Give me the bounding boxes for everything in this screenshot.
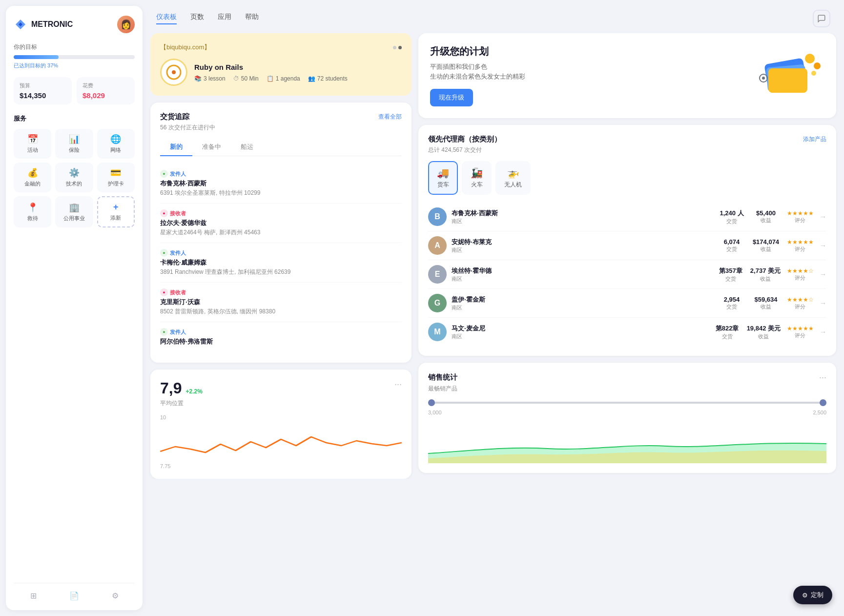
agent-header: 领先代理商（按类别） 添加产品	[428, 135, 826, 144]
customize-button[interactable]: ⚙ 定制	[793, 586, 832, 604]
sender-icon-1: ●	[160, 170, 168, 178]
rev-label-3: 收益	[750, 275, 781, 283]
chart-y-labels: 10	[160, 414, 402, 420]
train-label: 火车	[471, 181, 483, 189]
agent-stat-rev-1: $5,400 收益	[751, 209, 781, 224]
meta-agenda: 📋 1 agenda	[267, 75, 300, 82]
service-activity[interactable]: 📅 活动	[14, 129, 51, 159]
stars-3: ★★★★☆	[785, 267, 815, 274]
course-logo	[160, 59, 187, 86]
agent-stat-stars-5: ★★★★★ 评分	[785, 325, 815, 339]
arrow-5[interactable]: →	[820, 328, 826, 336]
add-product-button[interactable]: 添加产品	[803, 135, 826, 144]
agent-region-3: 南区	[452, 275, 711, 283]
expense-card: 花费 $8,029	[77, 77, 135, 104]
slider-handle-left[interactable]	[428, 399, 435, 406]
agent-title: 领先代理商（按类别）	[428, 135, 501, 144]
sales-more-icon[interactable]: ···	[819, 372, 826, 383]
insurance-icon: 📊	[69, 134, 80, 144]
agent-stat-rev-2: $174,074 收益	[751, 238, 781, 253]
service-network[interactable]: 🌐 网络	[97, 129, 135, 159]
trans-value-4: 2,954	[717, 296, 746, 303]
role-sender-3: ● 发件人	[160, 328, 402, 336]
left-column: 【biqubiqu.com】	[150, 33, 412, 479]
svg-point-9	[762, 77, 765, 80]
service-hospitality[interactable]: 📍 救待	[14, 196, 51, 227]
layers-icon[interactable]: ⊞	[30, 591, 37, 600]
upgrade-button[interactable]: 现在升级	[430, 89, 473, 106]
nav-dashboard[interactable]: 仪表板	[156, 13, 177, 24]
agent-tabs: 🚚 货车 🚂 火车 🚁 无人机	[428, 161, 826, 195]
drone-label: 无人机	[504, 181, 522, 189]
upgrade-visual	[756, 51, 824, 100]
agent-tab-train[interactable]: 🚂 火车	[462, 161, 492, 195]
arrow-4[interactable]: →	[820, 299, 826, 307]
nav-help[interactable]: 帮助	[245, 13, 259, 24]
nav-apps[interactable]: 应用	[218, 13, 231, 24]
dot2	[398, 46, 402, 49]
agent-avatar-2: A	[428, 236, 447, 255]
network-icon: 🌐	[110, 134, 121, 144]
course-dots	[393, 46, 402, 49]
truck-label: 货车	[437, 181, 449, 189]
settings-icon[interactable]: ⚙	[112, 591, 119, 600]
stat-description: 平均位置	[160, 399, 203, 408]
arrow-3[interactable]: →	[820, 270, 826, 278]
delivery-addr-4: 8502 普雷斯顿路, 英格尔伍德, 缅因州 98380	[160, 308, 402, 316]
arrow-1[interactable]: →	[820, 213, 826, 221]
agent-row-1: B 布鲁克林·西蒙斯 南区 1,240 人 交货 $5,400 收益	[428, 203, 826, 231]
rev-value-3: 2,737 美元	[750, 267, 781, 275]
trans-value-1: 1,240 人	[717, 209, 746, 218]
agent-tab-drone[interactable]: 🚁 无人机	[495, 161, 531, 195]
agent-tab-truck[interactable]: 🚚 货车	[428, 161, 458, 195]
agent-stat-trans-3: 第357章 交货	[716, 267, 745, 283]
agent-stat-stars-1: ★★★★★ 评分	[785, 210, 815, 224]
agent-stat-rev-5: 19,842 美元 收益	[747, 324, 781, 340]
network-label: 网络	[110, 146, 121, 154]
upgrade-card: 升级您的计划 平面插图和我们多色生动的未混合紫色头发女士的精彩 现在升级	[418, 33, 836, 118]
course-card: 【biqubiqu.com】	[150, 33, 412, 96]
content-grid: 【biqubiqu.com】	[148, 33, 838, 479]
sales-slider[interactable]	[428, 402, 826, 404]
chart-x-labels: 7.75	[160, 463, 402, 469]
nav-pages[interactable]: 页数	[190, 13, 204, 24]
view-all-link[interactable]: 查看全部	[378, 113, 402, 121]
service-utilities[interactable]: 🏢 公用事业	[55, 196, 93, 227]
chat-icon[interactable]	[813, 10, 830, 27]
position-chart	[160, 422, 402, 461]
trans-value-3: 第357章	[716, 267, 745, 275]
agent-stat-stars-3: ★★★★☆ 评分	[785, 267, 815, 282]
service-tech[interactable]: ⚙️ 技术的	[55, 163, 93, 192]
agent-info-2: 安妮特·布莱克 南区	[452, 238, 712, 254]
services-title: 服务	[14, 114, 135, 123]
agent-card: 领先代理商（按类别） 添加产品 总计 424,567 次交付 🚚 货车 🚂 火车	[418, 125, 836, 356]
course-title: Ruby on Rails	[194, 63, 348, 71]
upgrade-description: 平面插图和我们多色生动的未混合紫色头发女士的精彩	[430, 62, 525, 81]
delivery-item-2: ● 接收者 拉尔夫·爱德华兹 星家大道2464号 梅萨, 新泽西州 45463	[160, 204, 402, 243]
tab-preparing[interactable]: 准备中	[192, 139, 231, 156]
agent-stat-trans-5: 第822章 交货	[713, 324, 742, 340]
service-carecard[interactable]: 💳 护理卡	[97, 163, 135, 192]
agent-subtitle: 总计 424,567 次交付	[428, 146, 826, 154]
course-url: 【biqubiqu.com】	[160, 43, 210, 52]
agent-stat-trans-1: 1,240 人 交货	[717, 209, 746, 225]
tab-new[interactable]: 新的	[160, 139, 192, 156]
agent-avatar-3: E	[428, 265, 447, 284]
avatar[interactable]: 👩	[117, 16, 135, 33]
delivery-subtitle: 56 次交付正在进行中	[160, 123, 402, 132]
role-sender-2: ● 发件人	[160, 249, 402, 257]
sales-area-chart	[428, 419, 826, 463]
star-label-5: 评分	[785, 332, 815, 339]
tab-shipping[interactable]: 船运	[231, 139, 263, 156]
arrow-2[interactable]: →	[820, 242, 826, 249]
agent-name-5: 马文·麦金尼	[452, 324, 708, 333]
service-add[interactable]: + 添新	[97, 196, 135, 227]
expense-value: $8,029	[82, 91, 129, 100]
more-options-icon[interactable]: ···	[394, 379, 402, 390]
rev-value-1: $5,400	[751, 209, 781, 217]
logo-icon	[14, 18, 27, 31]
service-insurance[interactable]: 📊 保险	[55, 129, 93, 159]
document-icon[interactable]: 📄	[69, 591, 79, 600]
service-finance[interactable]: 💰 金融的	[14, 163, 51, 192]
slider-handle-right[interactable]	[820, 399, 826, 406]
